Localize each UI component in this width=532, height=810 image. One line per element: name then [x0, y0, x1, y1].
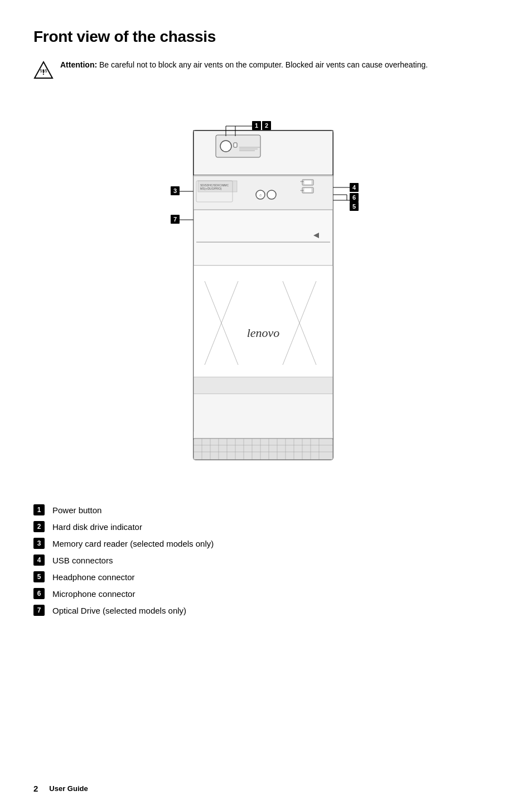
legend-badge-7: 7 — [33, 605, 45, 616]
legend-badge-1: 1 — [33, 504, 45, 515]
svg-text:3: 3 — [173, 187, 177, 194]
svg-rect-25 — [304, 188, 312, 192]
legend-label-2: Hard disk drive indicator — [52, 522, 142, 532]
page-title: Front view of the chassis — [33, 28, 499, 46]
legend-label-4: USB connectors — [52, 556, 113, 565]
svg-point-29 — [267, 190, 276, 199]
svg-text:§§§: §§§ — [40, 68, 47, 73]
legend-item-6: 6 Microphone connector — [33, 588, 499, 599]
svg-rect-57 — [194, 377, 333, 394]
legend-badge-6: 6 — [33, 588, 45, 599]
legend-item-2: 2 Hard disk drive indicator — [33, 521, 499, 532]
legend-item-1: 1 Power button — [33, 504, 499, 515]
svg-rect-45 — [194, 210, 333, 266]
legend-label-6: Microphone connector — [52, 589, 135, 599]
svg-text:lenovo: lenovo — [247, 326, 280, 340]
svg-text:6: 6 — [352, 194, 356, 201]
footer-page-number: 2 — [33, 784, 38, 793]
attention-label: Attention: — [60, 60, 97, 69]
attention-body: Be careful not to block any air vents on… — [99, 60, 428, 69]
svg-text:7: 7 — [173, 216, 177, 223]
legend-badge-5: 5 — [33, 571, 45, 582]
svg-text:↔: ↔ — [299, 179, 304, 184]
svg-rect-3 — [194, 131, 333, 175]
svg-rect-17 — [194, 175, 333, 176]
svg-rect-6 — [234, 143, 237, 147]
legend-label-5: Headphone connector — [52, 572, 135, 582]
page-content: Front view of the chassis ! §§§ Attentio… — [0, 0, 532, 655]
legend-badge-2: 2 — [33, 521, 45, 532]
diagram-wrapper: 1 2 SD/SDHC/SDXC/MMC MS(+/DUO/PRO) — [149, 97, 383, 488]
attention-text: Attention: Be careful not to block any a… — [60, 59, 428, 71]
svg-text:4: 4 — [352, 184, 356, 191]
legend-item-5: 5 Headphone connector — [33, 571, 499, 582]
attention-box: ! §§§ Attention: Be careful not to block… — [33, 59, 499, 80]
legend-label-3: Memory card reader (selected models only… — [52, 539, 214, 548]
svg-text:1: 1 — [255, 122, 258, 129]
chassis-diagram: 1 2 SD/SDHC/SDXC/MMC MS(+/DUO/PRO) — [33, 97, 499, 488]
svg-rect-58 — [194, 394, 333, 438]
legend-item-4: 4 USB connectors — [33, 555, 499, 566]
svg-rect-23 — [304, 180, 312, 185]
svg-text:MS(+/DUO/PRO): MS(+/DUO/PRO) — [200, 187, 222, 190]
legend-list: 1 Power button 2 Hard disk drive indicat… — [33, 504, 499, 616]
svg-rect-59 — [194, 438, 333, 460]
svg-text:♫: ♫ — [259, 193, 262, 197]
legend-badge-3: 3 — [33, 538, 45, 549]
legend-label-7: Optical Drive (selected models only) — [52, 606, 186, 615]
svg-point-5 — [220, 141, 231, 152]
footer-label: User Guide — [49, 784, 88, 793]
svg-text:5: 5 — [352, 203, 356, 210]
svg-text:2: 2 — [265, 122, 268, 129]
chassis-svg: 1 2 SD/SDHC/SDXC/MMC MS(+/DUO/PRO) — [149, 97, 383, 488]
legend-label-1: Power button — [52, 505, 101, 515]
legend-item-3: 3 Memory card reader (selected models on… — [33, 538, 499, 549]
page-footer: 2 User Guide — [33, 784, 88, 793]
legend-badge-4: 4 — [33, 555, 45, 566]
svg-text:↔: ↔ — [299, 187, 304, 193]
warning-icon: ! §§§ — [33, 60, 54, 80]
svg-rect-51 — [194, 266, 333, 377]
legend-item-7: 7 Optical Drive (selected models only) — [33, 605, 499, 616]
